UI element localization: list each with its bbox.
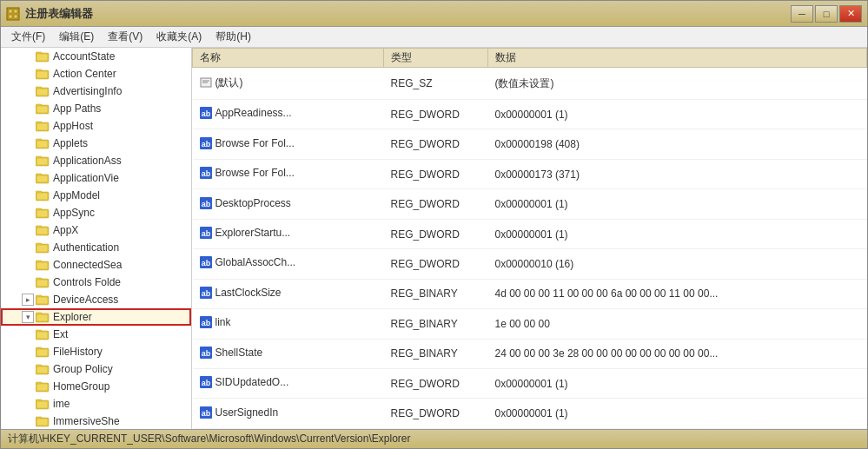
menu-bar: 文件(F)编辑(E)查看(V)收藏夹(A)帮助(H) xyxy=(1,27,867,48)
table-row[interactable]: ab ExplorerStartu...REG_DWORD0x00000001 … xyxy=(193,219,867,248)
sidebar-item[interactable]: AppSync xyxy=(1,204,191,221)
reg-data-cell: 24 00 00 00 3e 28 00 00 00 00 00 00 00 0… xyxy=(488,339,867,368)
sidebar-item[interactable]: ImmersiveShe xyxy=(1,413,191,429)
menu-item[interactable]: 帮助(H) xyxy=(209,28,258,46)
svg-rect-7 xyxy=(36,54,48,61)
reg-type-cell: REG_DWORD xyxy=(384,368,488,398)
folder-icon xyxy=(36,172,50,184)
content-panel: 名称 类型 数据 (默认)REG_SZ(数值未设置) ab AppReadine… xyxy=(192,48,867,429)
sidebar-item-label: FileHistory xyxy=(53,346,103,358)
folder-icon xyxy=(36,189,50,201)
sidebar-item[interactable]: Authentication xyxy=(1,239,191,256)
sidebar-item[interactable]: ▾ Explorer xyxy=(1,308,191,326)
sidebar-item[interactable]: App Paths xyxy=(1,100,191,117)
menu-item[interactable]: 文件(F) xyxy=(4,28,52,46)
close-button[interactable]: ✕ xyxy=(839,5,862,23)
sidebar-item-label: AppHost xyxy=(53,120,93,132)
reg-type-cell: REG_BINARY xyxy=(384,279,488,308)
reg-name-cell: ab LastClockSize xyxy=(193,279,384,308)
table-row[interactable]: ab DesktopProcessREG_DWORD0x00000001 (1) xyxy=(193,189,867,219)
table-row[interactable]: ab AppReadiness...REG_DWORD0x00000001 (1… xyxy=(193,100,867,129)
sidebar-item[interactable]: ConnectedSea xyxy=(1,256,191,274)
reg-name-cell: ab Browse For Fol... xyxy=(193,129,384,159)
reg-name-cell: (默认) xyxy=(193,68,384,100)
folder-icon xyxy=(36,259,50,271)
svg-rect-28 xyxy=(36,175,48,182)
svg-rect-22 xyxy=(36,141,48,148)
sidebar-item-label: ime xyxy=(53,398,70,410)
sidebar-item[interactable]: Applets xyxy=(1,135,191,152)
reg-data-cell: 0x00000001 (1) xyxy=(488,399,867,429)
folder-icon xyxy=(36,102,50,115)
reg-name-cell: ab DesktopProcess xyxy=(193,189,384,219)
reg-name: LastClockSize xyxy=(215,287,282,299)
sidebar-item[interactable]: AppHost xyxy=(1,117,191,135)
reg-name: ShellState xyxy=(215,347,263,359)
sidebar-item-label: Action Center xyxy=(53,68,116,80)
svg-rect-13 xyxy=(36,89,48,96)
sidebar-item[interactable]: ime xyxy=(1,395,191,413)
maximize-button[interactable]: □ xyxy=(815,5,838,23)
reg-name-cell: ab GlobalAssocCh... xyxy=(193,249,384,279)
reg-type-cell: REG_BINARY xyxy=(384,309,488,339)
folder-icon xyxy=(36,415,50,427)
expand-icon[interactable]: ▸ xyxy=(22,294,34,306)
reg-type-cell: REG_DWORD xyxy=(384,219,488,248)
table-row[interactable]: ab Browse For Fol...REG_DWORD0x00000173 … xyxy=(193,159,867,188)
sidebar-item[interactable]: Group Policy xyxy=(1,360,191,378)
table-row[interactable]: ab Browse For Fol...REG_DWORD0x00000198 … xyxy=(193,129,867,159)
table-row[interactable]: ab ShellStateREG_BINARY24 00 00 00 3e 28… xyxy=(193,339,867,368)
sidebar-item[interactable]: Controls Folde xyxy=(1,274,191,291)
table-row[interactable]: ab SIDUpdatedO...REG_DWORD0x00000001 (1) xyxy=(193,368,867,398)
menu-item[interactable]: 收藏夹(A) xyxy=(149,28,209,46)
svg-rect-49 xyxy=(36,297,48,304)
sidebar-item[interactable]: ApplicationAss xyxy=(1,152,191,169)
reg-name: ExplorerStartu... xyxy=(215,227,291,239)
reg-name: Browse For Fol... xyxy=(215,167,295,179)
sidebar-item-label: Group Policy xyxy=(53,363,113,375)
reg-data-cell: 0x00000001 (1) xyxy=(488,368,867,398)
svg-rect-34 xyxy=(36,210,48,217)
reg-name: SIDUpdatedO... xyxy=(215,376,289,388)
sidebar-item[interactable]: Ext xyxy=(1,326,191,343)
collapse-icon[interactable]: ▾ xyxy=(22,311,34,323)
sidebar-item-label: Authentication xyxy=(53,241,119,254)
menu-item[interactable]: 编辑(E) xyxy=(52,28,101,46)
table-row[interactable]: ab linkREG_BINARY1e 00 00 00 xyxy=(193,309,867,339)
reg-type-cell: REG_SZ xyxy=(384,68,488,100)
reg-value-icon xyxy=(200,76,212,89)
sidebar-item[interactable]: FileHistory xyxy=(1,343,191,360)
svg-rect-46 xyxy=(36,280,48,287)
table-row[interactable]: ab GlobalAssocCh...REG_DWORD0x00000010 (… xyxy=(193,249,867,279)
reg-name-cell: ab ShellState xyxy=(193,339,384,368)
reg-data-cell: 4d 00 00 00 11 00 00 00 6a 00 00 00 11 0… xyxy=(488,279,867,308)
folder-icon xyxy=(36,207,50,219)
sidebar-item-label: Applets xyxy=(53,137,88,149)
sidebar-item[interactable]: Action Center xyxy=(1,65,191,83)
table-row[interactable]: ab LastClockSizeREG_BINARY4d 00 00 00 11… xyxy=(193,279,867,308)
sidebar-item[interactable]: AppModel xyxy=(1,187,191,204)
table-row[interactable]: (默认)REG_SZ(数值未设置) xyxy=(193,68,867,100)
col-data: 数据 xyxy=(488,49,867,68)
svg-rect-70 xyxy=(36,419,48,426)
sidebar-item[interactable]: AppX xyxy=(1,221,191,239)
sidebar-item[interactable]: ApplicationVie xyxy=(1,169,191,187)
svg-text:ab: ab xyxy=(201,200,210,208)
sidebar-item[interactable]: AccountState xyxy=(1,48,191,65)
sidebar-item-label: Ext xyxy=(53,328,68,340)
reg-value-icon: ab xyxy=(200,316,212,328)
folder-icon xyxy=(36,276,50,288)
sidebar-item[interactable]: HomeGroup xyxy=(1,378,191,395)
reg-value-icon: ab xyxy=(200,197,212,209)
minimize-button[interactable]: ─ xyxy=(791,5,813,23)
sidebar-tree[interactable]: AccountState Action Center AdvertisingIn… xyxy=(1,48,192,429)
sidebar-item[interactable]: AdvertisingInfo xyxy=(1,83,191,100)
sidebar-item[interactable]: ▸ DeviceAccess xyxy=(1,291,191,308)
svg-rect-37 xyxy=(36,228,48,234)
reg-value-icon: ab xyxy=(200,287,212,299)
table-row[interactable]: ab UserSignedInREG_DWORD0x00000001 (1) xyxy=(193,399,867,429)
menu-item[interactable]: 查看(V) xyxy=(101,28,149,46)
folder-icon xyxy=(36,137,50,149)
folder-icon xyxy=(36,85,50,97)
folder-icon xyxy=(36,50,50,63)
